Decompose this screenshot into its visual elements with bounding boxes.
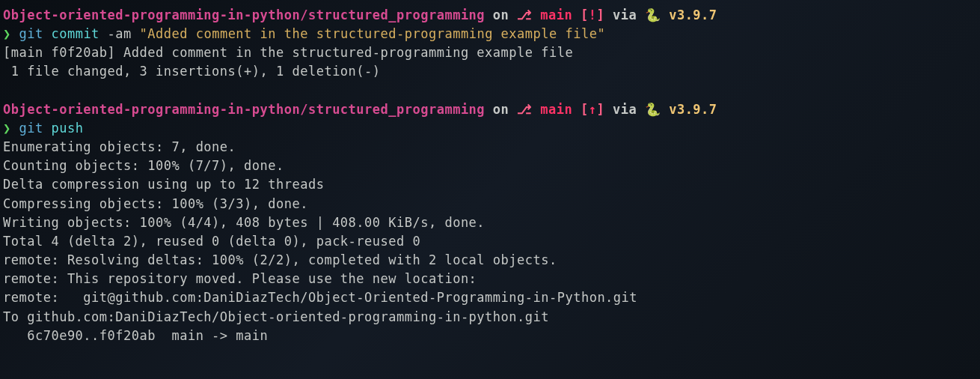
on-text: on — [485, 7, 517, 22]
git-subcommand: commit — [51, 26, 107, 41]
python-icon: 🐍 — [645, 6, 669, 25]
branch-icon: ⎇ — [517, 7, 533, 22]
output-line: Writing objects: 100% (4/4), 408 bytes |… — [3, 213, 977, 232]
bracket-open: [ — [581, 102, 589, 117]
output-line: Compressing objects: 100% (3/3), done. — [3, 195, 977, 213]
output-line: remote: Resolving deltas: 100% (2/2), co… — [3, 251, 977, 270]
output-line: Enumerating objects: 7, done. — [3, 138, 977, 157]
branch-icon: ⎇ — [517, 102, 533, 117]
bracket-close: ] — [596, 102, 604, 117]
python-version: v3.9.7 — [669, 102, 717, 117]
prompt-line-1: Object-oriented-programming-in-python/st… — [3, 6, 977, 25]
python-version: v3.9.7 — [669, 7, 717, 22]
python-icon: 🐍 — [645, 100, 669, 119]
output-line: remote: This repository moved. Please us… — [3, 270, 977, 288]
bracket-open: [ — [581, 7, 589, 22]
bracket-close: ] — [596, 7, 604, 22]
on-text: on — [485, 102, 517, 117]
git-subcommand: push — [51, 121, 83, 136]
via-text: via — [604, 102, 645, 117]
git-command: git — [19, 26, 51, 41]
git-status-ahead: ↑ — [589, 102, 597, 117]
output-line: To github.com:DaniDiazTech/Object-orient… — [3, 308, 977, 327]
prompt-arrow-icon: ❯ — [3, 121, 19, 136]
prompt-arrow-icon: ❯ — [3, 26, 19, 41]
git-command: git — [19, 121, 51, 136]
output-line: [main f0f20ab] Added comment in the stru… — [3, 43, 977, 62]
output-line: Delta compression using up to 12 threads — [3, 175, 977, 194]
path-segment: Object-oriented-programming-in-python/st… — [3, 102, 485, 117]
path-segment: Object-oriented-programming-in-python/st… — [3, 7, 485, 22]
terminal-output[interactable]: Object-oriented-programming-in-python/st… — [3, 6, 977, 345]
output-line: 1 file changed, 3 insertions(+), 1 delet… — [3, 62, 977, 81]
blank-line — [3, 82, 977, 100]
prompt-line-2: Object-oriented-programming-in-python/st… — [3, 100, 977, 119]
git-flag: -am — [108, 26, 140, 41]
output-line: Total 4 (delta 2), reused 0 (delta 0), p… — [3, 232, 977, 251]
command-line-2: ❯ git push — [3, 119, 977, 138]
output-line: remote: git@github.com:DaniDiazTech/Obje… — [3, 288, 977, 307]
branch-name: main — [533, 102, 581, 117]
output-line: Counting objects: 100% (7/7), done. — [3, 157, 977, 175]
output-line: 6c70e90..f0f20ab main -> main — [3, 327, 977, 345]
commit-message: "Added comment in the structured-program… — [140, 26, 606, 41]
branch-name: main — [533, 7, 581, 22]
command-line-1: ❯ git commit -am "Added comment in the s… — [3, 25, 977, 43]
via-text: via — [604, 7, 645, 22]
git-status-dirty: ! — [589, 7, 597, 22]
